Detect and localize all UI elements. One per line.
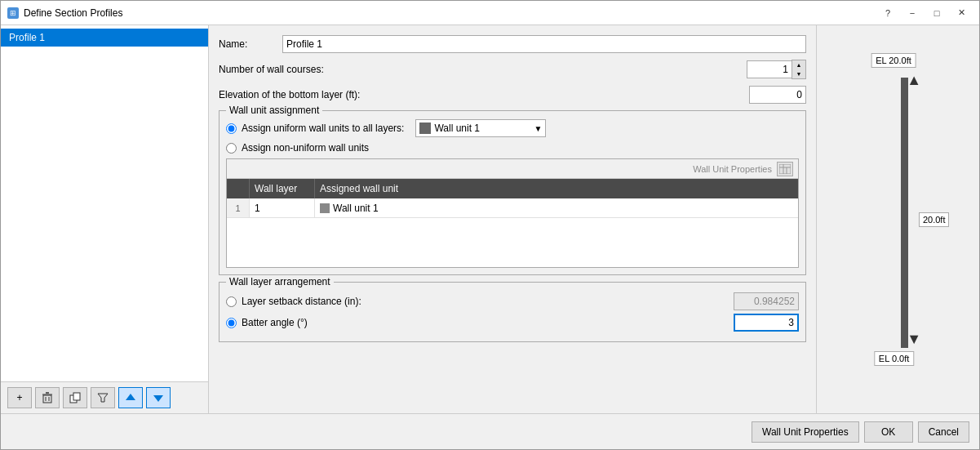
setback-radio[interactable] <box>226 296 237 307</box>
add-profile-button[interactable]: + <box>7 387 32 408</box>
table-header: Wall layer Assigned wall unit <box>227 179 798 198</box>
svg-marker-9 <box>153 395 163 402</box>
assignment-table: Wall Unit Properties Wall lay <box>226 158 799 268</box>
name-label: Name: <box>219 38 276 50</box>
svg-rect-0 <box>43 395 51 403</box>
move-up-button[interactable] <box>118 387 143 408</box>
trash-icon <box>42 392 53 403</box>
svg-rect-6 <box>73 393 80 400</box>
left-panel: Profile 1 + <box>1 25 209 413</box>
copy-profile-button[interactable] <box>63 387 87 408</box>
table-toolbar: Wall Unit Properties <box>227 159 798 179</box>
row-unit: Wall unit 1 <box>315 198 798 217</box>
batter-row: Batter angle (°) <box>226 314 799 332</box>
wall-diagram-line <box>901 78 908 348</box>
svg-marker-8 <box>126 394 135 400</box>
elevation-label: Elevation of the bottom layer (ft): <box>219 89 398 100</box>
arrangement-label: Wall layer arrangement <box>226 276 334 287</box>
wall-unit-dropdown[interactable]: Wall unit 1 ▼ <box>415 119 546 137</box>
wall-courses-spin: ▲ ▼ <box>747 60 806 79</box>
uniform-radio-label: Assign uniform wall units to all layers: <box>242 123 404 134</box>
spin-up-button[interactable]: ▲ <box>792 60 805 69</box>
svg-rect-10 <box>779 164 791 174</box>
filter-button[interactable] <box>91 387 115 408</box>
copy-icon <box>69 392 81 403</box>
delete-profile-button[interactable] <box>35 387 60 408</box>
bottom-bar: Wall Unit Properties OK Cancel <box>1 413 979 449</box>
app-icon: ⊞ <box>7 7 19 19</box>
title-bar-left: ⊞ Define Section Profiles <box>7 7 122 19</box>
minimize-button[interactable]: − <box>901 4 924 22</box>
wall-courses-row: Number of wall courses: ▲ ▼ <box>219 60 806 79</box>
right-panel: EL 20.0ft ▲ 20.0ft ▼ EL 0.0ft <box>816 25 979 413</box>
main-window: ⊞ Define Section Profiles ? − □ ✕ Profil… <box>0 0 980 450</box>
row-unit-color <box>320 203 330 213</box>
dropdown-arrow-icon: ▼ <box>528 124 543 133</box>
maximize-button[interactable]: □ <box>925 4 948 22</box>
svg-marker-7 <box>98 394 108 402</box>
arrow-top-icon: ▲ <box>907 73 921 87</box>
wall-unit-properties-button[interactable]: Wall Unit Properties <box>752 421 859 443</box>
main-content: Profile 1 + <box>1 25 979 413</box>
nonuniform-radio-row: Assign non-uniform wall units <box>226 142 799 154</box>
uniform-radio-row: Assign uniform wall units to all layers:… <box>226 119 799 137</box>
center-panel: Name: Number of wall courses: ▲ ▼ Elevat… <box>209 25 816 413</box>
cancel-button[interactable]: Cancel <box>918 421 969 443</box>
wall-courses-label: Number of wall courses: <box>219 64 398 75</box>
setback-label: Layer setback distance (in): <box>242 296 361 307</box>
setback-input <box>734 292 799 310</box>
header-wall-layer: Wall layer <box>250 179 315 198</box>
row-number: 1 <box>227 198 250 217</box>
arrow-bottom-icon: ▼ <box>907 332 921 346</box>
table-row[interactable]: 1 1 Wall unit 1 <box>227 198 798 218</box>
header-num <box>227 179 250 198</box>
title-controls: ? − □ ✕ <box>876 4 973 22</box>
elevation-row: Elevation of the bottom layer (ft): <box>219 86 806 104</box>
table-empty-area <box>227 218 798 267</box>
table-edit-icon <box>779 164 791 174</box>
profile-list: Profile 1 <box>1 25 208 381</box>
arrow-down-icon <box>153 392 164 403</box>
row-unit-label: Wall unit 1 <box>333 203 379 214</box>
header-assigned-unit: Assigned wall unit <box>315 179 798 198</box>
uniform-radio[interactable] <box>226 123 237 134</box>
dropdown-label: Wall unit 1 <box>434 123 480 134</box>
wall-unit-assignment-label: Wall unit assignment <box>226 105 322 116</box>
spin-down-button[interactable]: ▼ <box>792 69 805 78</box>
elevation-bottom-label: EL 0.0ft <box>874 351 915 366</box>
table-toolbar-label: Wall Unit Properties <box>693 164 772 174</box>
profile-item[interactable]: Profile 1 <box>1 29 208 47</box>
wall-layer-arrangement-group: Wall layer arrangement Layer setback dis… <box>219 282 806 342</box>
dimension-label: 20.0ft <box>919 212 950 227</box>
arrow-up-icon <box>125 392 136 403</box>
elevation-input[interactable] <box>749 86 806 104</box>
close-button[interactable]: ✕ <box>950 4 973 22</box>
batter-input[interactable] <box>734 314 799 332</box>
nonuniform-radio-label: Assign non-uniform wall units <box>242 142 369 154</box>
title-bar: ⊞ Define Section Profiles ? − □ ✕ <box>1 1 979 25</box>
wall-unit-assignment-group: Wall unit assignment Assign uniform wall… <box>219 110 806 275</box>
name-row: Name: <box>219 35 806 53</box>
name-input[interactable] <box>282 35 806 53</box>
list-toolbar: + <box>1 381 208 413</box>
row-layer: 1 <box>250 198 315 217</box>
window-title: Define Section Profiles <box>24 7 122 19</box>
setback-row: Layer setback distance (in): <box>226 292 799 310</box>
batter-label: Batter angle (°) <box>242 317 308 328</box>
ok-button[interactable]: OK <box>864 421 913 443</box>
table-properties-button[interactable] <box>777 162 793 176</box>
nonuniform-radio[interactable] <box>226 143 237 154</box>
diagram-area: EL 20.0ft ▲ 20.0ft ▼ EL 0.0ft <box>833 42 963 397</box>
batter-radio[interactable] <box>226 318 237 328</box>
wall-courses-input[interactable] <box>747 60 792 78</box>
move-down-button[interactable] <box>146 387 171 408</box>
dropdown-color-swatch <box>419 123 431 134</box>
spin-buttons: ▲ ▼ <box>792 60 806 79</box>
help-button[interactable]: ? <box>876 4 899 22</box>
filter-icon <box>97 392 109 403</box>
elevation-top-label: EL 20.0ft <box>871 53 916 68</box>
